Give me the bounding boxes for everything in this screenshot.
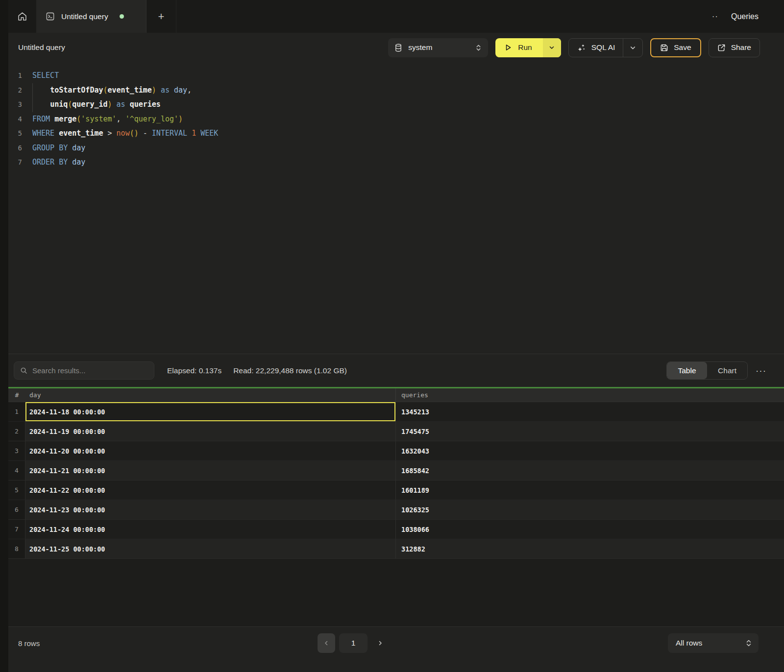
home-button[interactable]	[8, 0, 37, 33]
page-size-select[interactable]: All rows	[668, 633, 759, 653]
view-toggle: Table Chart	[666, 361, 748, 380]
view-toggle-chart[interactable]: Chart	[707, 362, 747, 379]
queries-cell[interactable]: 1632043	[395, 441, 784, 460]
table-row[interactable]: 5 2024-11-22 00:00:00 1601189	[8, 480, 784, 500]
unfold-icon	[745, 639, 752, 647]
read-stat: Read: 22,229,488 rows (1.02 GB)	[233, 366, 347, 375]
queries-cell[interactable]: 312882	[395, 539, 784, 558]
line-number: 3	[8, 97, 22, 112]
run-options-caret[interactable]	[543, 38, 561, 57]
day-cell[interactable]: 2024-11-24 00:00:00	[25, 520, 395, 539]
code-text: uniq(query_id) as queries	[32, 97, 161, 112]
share-button[interactable]: Share	[709, 38, 760, 57]
table-row[interactable]: 8 2024-11-25 00:00:00 312882	[8, 539, 784, 559]
run-button-group: Run	[495, 38, 561, 57]
next-page-button[interactable]	[374, 633, 386, 653]
line-number: 7	[8, 155, 22, 170]
day-cell[interactable]: 2024-11-23 00:00:00	[25, 500, 395, 519]
column-header-day[interactable]: day	[25, 391, 395, 399]
sql-console-app: Untitled query + ·· Queries Untitled que…	[0, 0, 784, 672]
results-footer: 8 rows 1 All rows	[8, 626, 784, 672]
sql-ai-label: SQL AI	[591, 43, 615, 52]
prev-page-button[interactable]	[318, 633, 335, 653]
line-number: 5	[8, 126, 22, 141]
code-line[interactable]: 3 uniq(query_id) as queries	[8, 97, 784, 112]
new-tab-button[interactable]: +	[147, 0, 176, 33]
column-header-index[interactable]: #	[8, 391, 25, 399]
table-row[interactable]: 2 2024-11-19 00:00:00 1745475	[8, 422, 784, 441]
save-button[interactable]: Save	[650, 38, 701, 57]
row-number-cell: 7	[8, 520, 25, 539]
results-table-header: # day queries	[8, 388, 784, 402]
results-toolbar: Elapsed: 0.137s Read: 22,229,488 rows (1…	[8, 354, 784, 387]
column-header-queries[interactable]: queries	[395, 388, 784, 402]
view-toggle-table[interactable]: Table	[667, 362, 707, 379]
database-select-value: system	[408, 43, 432, 52]
day-cell[interactable]: 2024-11-18 00:00:00	[25, 402, 395, 421]
row-number-cell: 5	[8, 480, 25, 500]
sql-ai-caret[interactable]	[623, 39, 642, 57]
day-cell[interactable]: 2024-11-20 00:00:00	[25, 441, 395, 460]
code-text: SELECT	[32, 69, 59, 83]
sql-ai-button-group: SQL AI	[568, 38, 643, 57]
unfold-icon	[475, 44, 482, 51]
code-line[interactable]: 1 SELECT	[8, 69, 784, 83]
queries-cell[interactable]: 1026325	[395, 500, 784, 519]
day-cell[interactable]: 2024-11-25 00:00:00	[25, 539, 395, 558]
query-toolbar: Untitled query system Run S	[8, 33, 784, 62]
sql-editor[interactable]: 1 SELECT 2 toStartOfDay(event_time) as d…	[8, 62, 784, 354]
tab-title: Untitled query	[61, 12, 108, 21]
queries-cell[interactable]: 1685842	[395, 461, 784, 480]
line-number: 6	[8, 141, 22, 156]
table-row[interactable]: 1 2024-11-18 00:00:00 1345213	[8, 402, 784, 422]
row-number-cell: 1	[8, 402, 25, 421]
elapsed-stat: Elapsed: 0.137s	[167, 366, 221, 375]
results-search[interactable]	[14, 361, 154, 380]
tab-untitled-query[interactable]: Untitled query	[37, 0, 147, 33]
save-icon	[660, 44, 668, 52]
chevron-down-icon	[549, 45, 555, 50]
queries-link[interactable]: Queries	[731, 12, 759, 21]
unsaved-indicator-dot	[120, 14, 124, 19]
database-icon	[394, 44, 402, 52]
code-line[interactable]: 5 WHERE event_time > now() - INTERVAL 1 …	[8, 126, 784, 141]
results-search-input[interactable]	[32, 366, 148, 375]
code-text: ORDER BY day	[32, 155, 85, 170]
queries-cell[interactable]: 1601189	[395, 480, 784, 500]
database-select[interactable]: system	[388, 38, 488, 57]
chevron-left-icon	[323, 640, 329, 646]
queries-cell[interactable]: 1038066	[395, 520, 784, 539]
code-line[interactable]: 2 toStartOfDay(event_time) as day,	[8, 83, 784, 98]
table-row[interactable]: 7 2024-11-24 00:00:00 1038066	[8, 520, 784, 539]
table-row[interactable]: 3 2024-11-20 00:00:00 1632043	[8, 441, 784, 461]
code-text: toStartOfDay(event_time) as day,	[32, 83, 192, 98]
code-line[interactable]: 7 ORDER BY day	[8, 155, 784, 170]
day-cell[interactable]: 2024-11-21 00:00:00	[25, 461, 395, 480]
line-number: 4	[8, 112, 22, 127]
share-icon	[717, 44, 726, 52]
queries-cell[interactable]: 1745475	[395, 422, 784, 441]
run-button-label: Run	[518, 43, 532, 52]
line-number: 2	[8, 83, 22, 98]
day-cell[interactable]: 2024-11-22 00:00:00	[25, 480, 395, 500]
chevron-down-icon	[630, 45, 636, 51]
day-cell[interactable]: 2024-11-19 00:00:00	[25, 422, 395, 441]
tabbar-more-icon[interactable]: ··	[712, 12, 718, 21]
sql-ai-button[interactable]: SQL AI	[569, 39, 623, 57]
results-table-body: 1 2024-11-18 00:00:00 1345213 2 2024-11-…	[8, 402, 784, 559]
run-button[interactable]: Run	[495, 38, 542, 57]
table-row[interactable]: 6 2024-11-23 00:00:00 1026325	[8, 500, 784, 520]
row-number-cell: 4	[8, 461, 25, 480]
code-line[interactable]: 6 GROUP BY day	[8, 141, 784, 156]
row-number-cell: 2	[8, 422, 25, 441]
queries-cell[interactable]: 1345213	[395, 402, 784, 421]
table-row[interactable]: 4 2024-11-21 00:00:00 1685842	[8, 461, 784, 480]
page-number-button[interactable]: 1	[339, 633, 368, 653]
row-count: 8 rows	[18, 639, 40, 648]
search-icon	[20, 367, 27, 374]
results-more-icon[interactable]: ···	[756, 366, 766, 375]
code-line[interactable]: 4 FROM merge('system', '^query_log')	[8, 112, 784, 127]
share-button-label: Share	[731, 43, 751, 52]
code-text: FROM merge('system', '^query_log')	[32, 112, 183, 127]
terminal-icon	[46, 12, 55, 21]
